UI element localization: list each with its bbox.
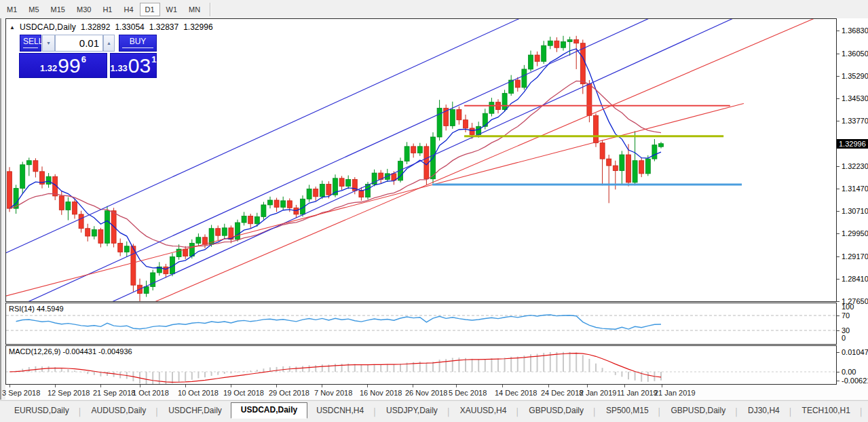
tab-separator: │ bbox=[734, 408, 739, 416]
volume-decrease-button[interactable]: ▼ bbox=[42, 35, 55, 52]
date-tick bbox=[10, 385, 10, 387]
price-axis-label: 1.36050 bbox=[842, 50, 868, 58]
price-axis-tick bbox=[837, 256, 839, 257]
ohlc-low: 1.32837 bbox=[149, 22, 178, 32]
chart-tab-bar: EURUSD,Daily│AUDUSD,Daily│USDCHF,DailyUS… bbox=[0, 400, 868, 419]
tab-separator: │ bbox=[658, 408, 662, 416]
toolbar-separator bbox=[210, 3, 211, 16]
chart-tab-sp500-m15[interactable]: SP500,M15 bbox=[597, 404, 658, 418]
price-axis-label: 1.32230 bbox=[842, 162, 868, 171]
price-axis[interactable]: 1.368301.360501.352901.345301.337701.322… bbox=[837, 18, 868, 385]
timeframe-button-H1[interactable]: H1 bbox=[97, 3, 117, 16]
tab-separator: │ bbox=[155, 408, 159, 416]
tab-separator: │ bbox=[592, 408, 597, 416]
timeframe-button-M15[interactable]: M15 bbox=[45, 3, 71, 16]
price-axis-label: 1.33770 bbox=[842, 117, 868, 126]
date-label: 19 Oct 2018 bbox=[223, 389, 264, 397]
rsi-axis-label: 70 bbox=[842, 311, 850, 320]
rsi-axis-tick bbox=[837, 315, 839, 316]
date-label: 2 Jan 2019 bbox=[580, 389, 616, 397]
chart-tab-audusd-daily[interactable]: AUDUSD,Daily bbox=[83, 404, 155, 418]
date-tick bbox=[587, 385, 588, 387]
one-click-panel-toggle-icon[interactable]: ▲ bbox=[10, 24, 15, 31]
sell-button-label: SELL bbox=[23, 37, 38, 48]
tab-separator: │ bbox=[78, 408, 83, 416]
date-tick bbox=[502, 385, 503, 387]
chart-tab-usdcad-daily[interactable]: USDCAD,Daily bbox=[231, 402, 307, 419]
timeframe-button-M5[interactable]: M5 bbox=[23, 3, 44, 16]
price-axis-tick bbox=[837, 301, 839, 302]
ohlc-open: 1.32892 bbox=[81, 22, 110, 32]
date-label: 10 Oct 2018 bbox=[178, 389, 219, 397]
date-label: 14 Dec 2018 bbox=[495, 389, 537, 397]
price-axis-label: 1.29170 bbox=[842, 252, 868, 261]
price-axis-label: 1.35290 bbox=[842, 72, 868, 81]
date-label: 21 Sep 2018 bbox=[93, 389, 135, 397]
date-axis[interactable]: 3 Sep 201812 Sep 201821 Sep 20181 Oct 20… bbox=[5, 385, 868, 400]
date-tick bbox=[231, 385, 231, 387]
date-tick bbox=[367, 385, 368, 387]
price-axis-label: 1.31470 bbox=[842, 185, 868, 193]
chart-header: ▲ USDCAD,Daily 1.32892 1.33054 1.32837 1… bbox=[10, 22, 213, 32]
price-axis-label: 1.34530 bbox=[842, 94, 868, 103]
tab-separator: │ bbox=[789, 408, 793, 416]
tab-separator: │ bbox=[859, 408, 864, 416]
price-axis-label: 1.30710 bbox=[842, 207, 868, 216]
buy-price-small: 1.33 bbox=[111, 63, 128, 73]
chart-tab-gbpusd-daily[interactable]: GBPUSD,Daily bbox=[662, 404, 734, 418]
sell-price-button[interactable]: 1.32 99 6 bbox=[19, 53, 107, 78]
timeframe-button-MN[interactable]: MN bbox=[183, 3, 206, 16]
date-tick bbox=[413, 385, 413, 387]
volume-input[interactable]: 0.01 bbox=[55, 35, 103, 52]
date-tick bbox=[322, 385, 322, 387]
chart-tab-gbpusd-daily[interactable]: GBPUSD,Daily bbox=[520, 404, 592, 418]
price-axis-tick bbox=[837, 121, 839, 121]
date-tick bbox=[456, 385, 457, 387]
timeframe-button-M30[interactable]: M30 bbox=[71, 3, 96, 16]
buy-button[interactable]: BUY bbox=[119, 35, 157, 52]
sell-price-pip: 6 bbox=[81, 54, 86, 64]
price-axis-tick bbox=[837, 189, 839, 189]
timeframe-toolbar: M1M5M15M30H1H4D1W1MN bbox=[0, 0, 868, 18]
timeframe-button-W1[interactable]: W1 bbox=[161, 3, 183, 16]
trading-terminal-window: M1M5M15M30H1H4D1W1MN ▲ USDCAD,Daily 1.32… bbox=[0, 0, 868, 422]
macd-axis-label: 0.00 bbox=[842, 368, 856, 377]
rsi-panel[interactable] bbox=[5, 303, 837, 345]
price-axis-tick bbox=[837, 54, 839, 54]
sell-price-small: 1.32 bbox=[40, 63, 57, 73]
macd-axis-tick bbox=[837, 381, 839, 381]
date-label: 16 Nov 2018 bbox=[360, 389, 402, 397]
price-axis-tick bbox=[837, 211, 839, 212]
sell-button[interactable]: SELL bbox=[20, 35, 41, 52]
date-label: 26 Nov 2018 bbox=[405, 389, 447, 397]
timeframe-button-D1[interactable]: D1 bbox=[140, 3, 160, 16]
chart-tab-tech100-h1[interactable]: TECH100,H1 bbox=[793, 404, 859, 418]
price-axis-tick bbox=[837, 233, 839, 234]
volume-increase-button[interactable]: ▲ bbox=[103, 35, 115, 52]
rsi-axis-label: 0 bbox=[842, 334, 846, 343]
chart-tab-usdchf-daily[interactable]: USDCHF,Daily bbox=[159, 404, 231, 418]
rsi-line bbox=[16, 315, 661, 329]
buy-price-button[interactable]: 1.33 03 1 bbox=[110, 53, 157, 78]
chart-tab-dj30-h4[interactable]: DJ30,H4 bbox=[739, 404, 789, 418]
date-tick bbox=[185, 385, 186, 387]
macd-label: MACD(12,26,9) -0.004431 -0.004936 bbox=[9, 347, 132, 356]
date-label: 1 Oct 2018 bbox=[132, 389, 169, 397]
price-axis-tick bbox=[837, 31, 839, 31]
date-tick bbox=[624, 385, 625, 387]
chart-tab-usdjpy-daily[interactable]: USDJPY,Daily bbox=[377, 404, 447, 418]
rsi-axis-tick bbox=[837, 330, 839, 331]
tab-separator: │ bbox=[447, 408, 451, 416]
timeframe-button-H4[interactable]: H4 bbox=[118, 3, 138, 16]
timeframe-button-M1[interactable]: M1 bbox=[1, 3, 22, 16]
date-tick bbox=[140, 385, 140, 387]
chart-tab-xauusd-h4[interactable]: XAUUSD,H4 bbox=[451, 404, 516, 418]
window-left-edge bbox=[0, 18, 5, 400]
date-label: 3 Sep 2018 bbox=[2, 389, 40, 397]
buy-price-pip: 1 bbox=[151, 54, 156, 64]
chart-tab-usdcnh-h4[interactable]: USDCNH,H4 bbox=[307, 404, 373, 418]
macd-axis-tick bbox=[837, 372, 839, 372]
date-label: 7 Nov 2018 bbox=[314, 389, 352, 397]
chart-tab-eurusd-daily[interactable]: EURUSD,Daily bbox=[5, 404, 78, 418]
chart-tab-ukoil-h1[interactable]: UKOil,H1 bbox=[864, 404, 868, 418]
